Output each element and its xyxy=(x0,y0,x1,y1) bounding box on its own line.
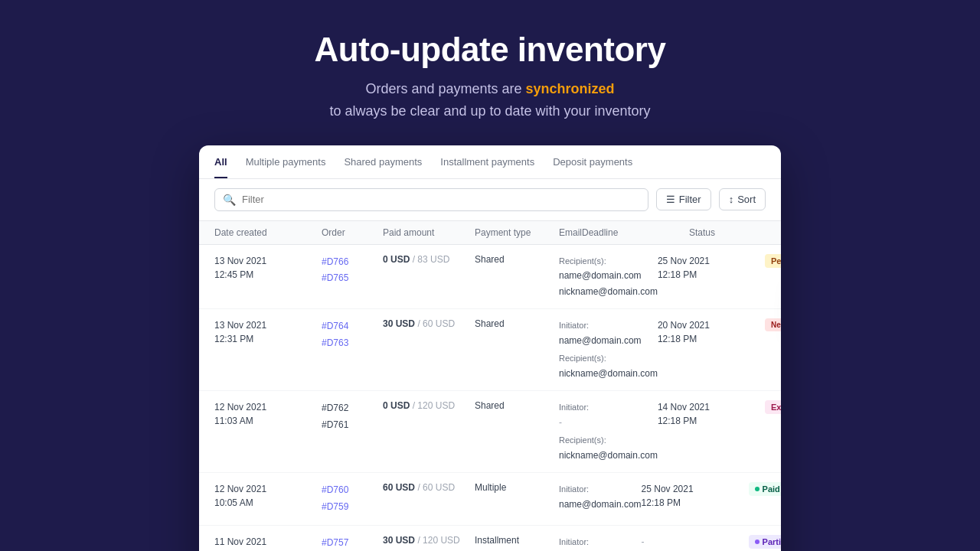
date-cell: 13 Nov 202112:31 PM xyxy=(214,318,322,346)
status-cell: Pending xyxy=(765,254,781,268)
table-row: 12 Nov 202111:03 AM #D762 #D761 0 USD / … xyxy=(199,391,781,473)
table-row: 12 Nov 202110:05 AM #D760 #D759 60 USD /… xyxy=(199,473,781,525)
email-cell: Initiator: - Recipient(s): nickname@doma… xyxy=(559,400,658,463)
table-row: 11 Nov 202112:18 PM #D757 #D758 30 USD /… xyxy=(199,526,781,551)
order-cell: #D762 #D761 xyxy=(322,400,383,433)
order-link[interactable]: #D757 xyxy=(322,535,383,551)
email-cell: Initiator: name@domain.com xyxy=(559,482,642,512)
hero-subtitle: Orders and payments are synchronized to … xyxy=(329,78,650,122)
main-card: All Multiple payments Shared payments In… xyxy=(199,145,781,551)
sort-button[interactable]: ↕ Sort xyxy=(719,188,766,210)
search-box: 🔍 xyxy=(214,188,648,211)
status-cell: Partially paid xyxy=(749,535,781,549)
table-row: 13 Nov 202112:31 PM #D764 #D763 30 USD /… xyxy=(199,309,781,391)
tabs-bar: All Multiple payments Shared payments In… xyxy=(199,145,781,179)
order-cell: #D764 #D763 xyxy=(322,318,383,351)
th-payment-type: Payment type xyxy=(475,227,559,238)
order-link[interactable]: #D761 xyxy=(322,417,383,434)
amount-cell: 0 USD / 83 USD xyxy=(383,254,475,265)
status-badge: Need considera... xyxy=(765,318,781,331)
deadline-cell: - xyxy=(642,535,749,549)
tab-shared-payments[interactable]: Shared payments xyxy=(344,145,422,178)
date-cell: 12 Nov 202111:03 AM xyxy=(214,400,322,428)
date-cell: 12 Nov 202110:05 AM xyxy=(214,482,322,510)
order-cell: #D766 #D765 xyxy=(322,254,383,287)
status-cell: Need considera... xyxy=(765,318,781,331)
order-link[interactable]: #D760 xyxy=(322,482,383,499)
filter-button[interactable]: ☰ Filter xyxy=(656,188,711,210)
amount-cell: 30 USD / 120 USD xyxy=(383,535,475,546)
th-actions xyxy=(773,227,781,238)
type-cell: Shared xyxy=(475,400,559,411)
amount-cell: 60 USD / 60 USD xyxy=(383,482,475,493)
tab-all[interactable]: All xyxy=(214,145,227,178)
search-input[interactable] xyxy=(242,194,640,205)
table-header: Date created Order Paid amount Payment t… xyxy=(199,221,781,245)
toolbar: 🔍 ☰ Filter ↕ Sort xyxy=(199,179,781,221)
date-cell: 13 Nov 202112:45 PM xyxy=(214,254,322,282)
deadline-cell: 14 Nov 202112:18 PM xyxy=(658,400,765,428)
th-order: Order xyxy=(322,227,383,238)
table-row: 13 Nov 202112:45 PM #D766 #D765 0 USD / … xyxy=(199,245,781,309)
order-cell: #D757 #D758 xyxy=(322,535,383,551)
order-link[interactable]: #D763 xyxy=(322,335,383,352)
th-paid-amount: Paid amount xyxy=(383,227,475,238)
status-badge: Expired xyxy=(765,400,781,414)
amount-cell: 0 USD / 120 USD xyxy=(383,400,475,411)
order-link[interactable]: #D764 xyxy=(322,318,383,335)
tab-deposit-payments[interactable]: Deposit payments xyxy=(553,145,632,178)
sort-icon: ↕ xyxy=(729,194,734,205)
deadline-cell: 25 Nov 202112:18 PM xyxy=(658,254,765,282)
type-cell: Shared xyxy=(475,254,559,265)
status-badge: Pending xyxy=(765,254,781,268)
status-cell: Expired xyxy=(765,400,781,414)
status-badge: Paid xyxy=(749,482,781,496)
date-cell: 11 Nov 202112:18 PM xyxy=(214,535,322,551)
filter-icon: ☰ xyxy=(666,194,675,205)
th-deadline: Deadline xyxy=(582,227,689,238)
email-cell: Initiator: name@domain.com Recipient(s):… xyxy=(559,318,658,381)
deadline-cell: 25 Nov 202112:18 PM xyxy=(642,482,749,510)
th-date: Date created xyxy=(214,227,322,238)
th-email: Email xyxy=(559,227,582,238)
type-cell: Installment xyxy=(475,535,559,546)
order-link[interactable]: #D759 xyxy=(322,499,383,516)
order-link[interactable]: #D765 xyxy=(322,270,383,287)
table: Date created Order Paid amount Payment t… xyxy=(199,221,781,551)
order-cell: #D760 #D759 xyxy=(322,482,383,515)
th-status: Status xyxy=(689,227,773,238)
order-link[interactable]: #D762 xyxy=(322,400,383,417)
status-cell: Paid xyxy=(749,482,781,496)
type-cell: Multiple xyxy=(475,482,559,493)
deadline-cell: 20 Nov 202112:18 PM xyxy=(658,318,765,346)
type-cell: Shared xyxy=(475,318,559,329)
amount-cell: 30 USD / 60 USD xyxy=(383,318,475,329)
order-link[interactable]: #D766 xyxy=(322,254,383,271)
tab-installment-payments[interactable]: Installment payments xyxy=(440,145,534,178)
page-title: Auto-update inventory xyxy=(315,31,666,69)
email-cell: Recipient(s): name@domain.com nickname@d… xyxy=(559,254,658,299)
highlight-text: synchronized xyxy=(526,81,615,96)
status-badge: Partially paid xyxy=(749,535,781,549)
email-cell: Initiator: name@domain.com xyxy=(559,535,642,551)
search-icon: 🔍 xyxy=(223,194,236,206)
tab-multiple-payments[interactable]: Multiple payments xyxy=(246,145,326,178)
